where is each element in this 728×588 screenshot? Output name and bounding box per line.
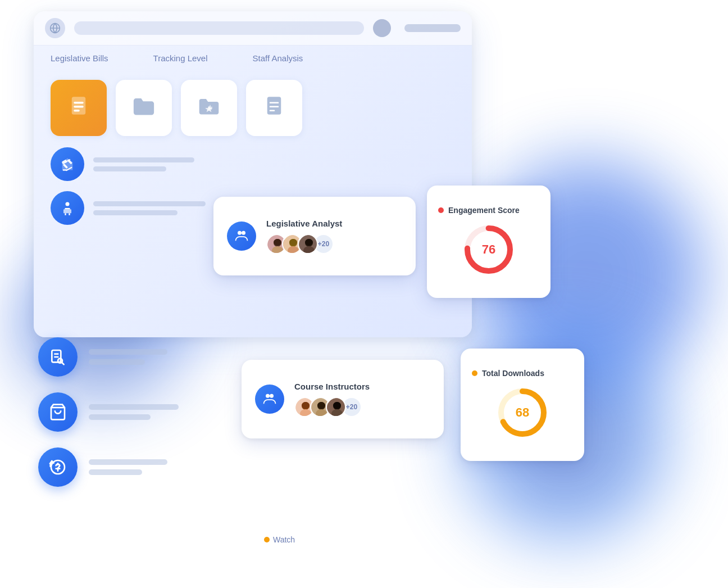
content-row-1 [51,147,455,181]
dot-red-icon [438,207,444,213]
watch-text: Watch [273,535,295,544]
engagement-title-row: Engagement Score [438,206,520,215]
svg-rect-7 [267,97,281,115]
icon-card-star-folder[interactable] [181,80,237,136]
document-icon [67,94,90,123]
text-line [93,166,166,171]
sidebar-row-money [38,447,179,487]
course-avatars-row: +20 [294,397,430,417]
watch-dot-icon [264,537,270,542]
card-total-downloads: Total Downloads 68 [461,349,584,461]
svg-point-17 [66,202,70,206]
svg-point-42 [305,239,313,246]
text-line [93,201,206,206]
icon-card-document2[interactable] [246,80,302,136]
text-placeholder [89,349,167,355]
svg-rect-19 [63,209,71,213]
text-line [93,210,178,215]
course-card-title: Course Instructors [294,382,430,391]
dot-orange-icon [472,370,477,376]
search-doc-button[interactable] [38,337,78,377]
legislative-card-content: Legislative Analyst [266,219,402,254]
engagement-donut: 76 [461,221,517,278]
text-line [93,157,194,162]
avatar-3 [298,234,318,254]
legislative-avatars-row: +20 [266,234,402,254]
window-topbar [34,11,472,46]
document2-icon [262,94,286,123]
content-text-lines-1 [93,157,194,171]
svg-rect-18 [65,208,70,209]
svg-point-58 [333,402,341,409]
legislative-card-title: Legislative Analyst [266,219,402,228]
text-placeholder [89,469,142,475]
engagement-score-label: Engagement Score [448,206,520,215]
svg-point-34 [274,239,281,246]
star-folder-icon [197,95,221,121]
svg-point-29 [238,231,242,235]
card-engagement-score: Engagement Score 76 [427,186,550,298]
folder-icon [132,95,156,121]
card-course-instructors: Course Instructors [242,360,444,438]
sidebar-row-cart [38,392,179,432]
icon-cards-row [34,69,472,147]
content-text-lines-2 [93,201,206,215]
main-window: Legislative Bills Tracking Level Staff A… [34,11,472,337]
scene: Legislative Bills Tracking Level Staff A… [0,0,728,588]
downloads-label: Total Downloads [482,369,544,378]
course-card-icon [255,385,284,414]
text-placeholder [89,414,151,420]
globe-icon [45,18,65,38]
window-avatar [373,19,391,37]
window-avatar-text [404,24,461,32]
text-placeholder [89,459,167,465]
course-avatar-3 [326,397,346,417]
svg-point-50 [302,402,310,409]
engagement-score-value: 76 [482,242,495,257]
svg-point-46 [270,394,274,398]
tab-tracking-level[interactable]: Tracking Level [153,53,208,69]
text-placeholder [89,404,179,410]
downloads-title-row: Total Downloads [472,369,544,378]
sidebar-lines-1 [89,349,167,365]
podium-circle [51,191,84,225]
svg-line-26 [62,363,63,364]
money-cycle-button[interactable] [38,447,78,487]
gavel-circle [51,147,84,181]
url-bar [74,21,364,35]
sidebar-lines-3 [89,459,167,475]
icon-card-document[interactable] [51,80,107,136]
cart-button[interactable] [38,392,78,432]
sidebar-row-search-doc [38,337,179,377]
card-legislative-analyst: Legislative Analyst [213,197,416,275]
text-placeholder [89,359,145,365]
window-nav: Legislative Bills Tracking Level Staff A… [34,46,472,69]
tab-legislative-bills[interactable]: Legislative Bills [51,53,108,69]
icon-card-folder[interactable] [116,80,172,136]
downloads-value: 68 [516,405,529,420]
sidebar-lines-2 [89,404,179,420]
svg-point-38 [289,239,297,246]
legislative-card-icon [227,221,256,251]
bottom-sidebar [38,337,179,487]
svg-point-45 [266,394,270,398]
watch-label: Watch [264,535,295,544]
downloads-donut: 68 [494,385,550,441]
course-card-content: Course Instructors [294,382,430,417]
svg-point-54 [317,402,325,409]
svg-line-16 [66,168,71,170]
svg-point-30 [242,231,245,235]
tab-staff-analysis[interactable]: Staff Analysis [253,53,303,69]
